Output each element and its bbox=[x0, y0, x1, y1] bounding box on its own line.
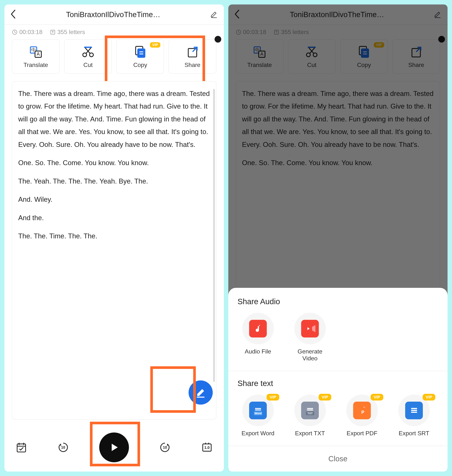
transcript-paragraph: The. Yeah. The. The. The. Yeah. Bye. The… bbox=[18, 175, 210, 188]
svg-text:1.0: 1.0 bbox=[204, 445, 210, 450]
export-word-button[interactable]: VIP Word Export Word bbox=[238, 394, 279, 437]
translate-icon: 中A bbox=[30, 46, 42, 58]
export-srt-button[interactable]: VIP Export SRT bbox=[394, 394, 435, 437]
vip-badge: VIP bbox=[371, 394, 383, 401]
pdf-doc-icon: P bbox=[353, 402, 371, 419]
export-pdf-button[interactable]: VIP P Export PDF bbox=[342, 394, 383, 437]
clock-icon bbox=[12, 29, 17, 35]
word-doc-icon: Word bbox=[249, 402, 267, 419]
speed-button[interactable]: 1.0 bbox=[201, 442, 213, 453]
transcript-paragraph: And the. bbox=[18, 212, 210, 224]
transcript-paragraph: One. So. The. Come. You know. You know. bbox=[18, 156, 210, 169]
svg-text:10: 10 bbox=[163, 445, 167, 449]
playback-time: 00:00:00 bbox=[187, 5, 211, 424]
close-button[interactable]: Close bbox=[228, 446, 448, 471]
scrollbar[interactable] bbox=[213, 89, 215, 382]
scroll-handle[interactable] bbox=[215, 36, 221, 43]
transcript-paragraph: The. There was a dream. Time ago, there … bbox=[18, 87, 210, 151]
share-text-heading: Share text bbox=[238, 379, 439, 388]
share-sheet: Share Audio Audio File Generate Video Sh… bbox=[228, 288, 448, 471]
transcript-paragraph: The. The. Time. The. The. bbox=[18, 230, 210, 243]
edit-title-icon[interactable] bbox=[210, 10, 218, 19]
scissors-icon bbox=[82, 46, 94, 58]
generate-video-button[interactable]: Generate Video bbox=[290, 313, 331, 362]
rewind-10-icon[interactable]: 10 bbox=[57, 442, 69, 453]
calendar-icon[interactable] bbox=[16, 442, 27, 453]
text-icon bbox=[50, 29, 56, 35]
back-icon[interactable] bbox=[10, 10, 16, 19]
export-txt-button[interactable]: VIP TXT Export TXT bbox=[290, 394, 331, 437]
srt-doc-icon bbox=[405, 402, 423, 419]
video-icon bbox=[301, 320, 319, 338]
vip-badge: VIP bbox=[266, 394, 279, 401]
svg-text:Word: Word bbox=[254, 412, 261, 415]
left-screen: ToniBraxtonIlDivoTheTime… 00:03:18 355 l… bbox=[5, 5, 224, 471]
txt-doc-icon: TXT bbox=[301, 402, 319, 419]
music-note-icon bbox=[249, 320, 267, 338]
page-title: ToniBraxtonIlDivoTheTime… bbox=[20, 10, 206, 19]
translate-button[interactable]: 中A Translate bbox=[12, 39, 60, 74]
vip-badge: VIP bbox=[423, 394, 435, 401]
right-screen: ToniBraxtonIlDivoTheTime… 00:03:18 355 l… bbox=[228, 5, 448, 471]
svg-text:A: A bbox=[37, 51, 40, 56]
svg-rect-11 bbox=[17, 444, 26, 452]
duration: 00:03:18 bbox=[12, 29, 43, 35]
vip-badge: VIP bbox=[319, 394, 331, 401]
annotation-highlight-play bbox=[90, 422, 140, 466]
svg-text:TXT: TXT bbox=[307, 412, 312, 415]
audio-file-button[interactable]: Audio File bbox=[238, 313, 279, 362]
forward-10-icon[interactable]: 10 bbox=[159, 442, 171, 453]
share-audio-heading: Share Audio bbox=[238, 297, 439, 306]
letter-count: 355 letters bbox=[50, 29, 85, 35]
svg-text:P: P bbox=[361, 410, 364, 415]
svg-text:10: 10 bbox=[61, 445, 65, 449]
transcript-paragraph: And. Wiley. bbox=[18, 193, 210, 206]
